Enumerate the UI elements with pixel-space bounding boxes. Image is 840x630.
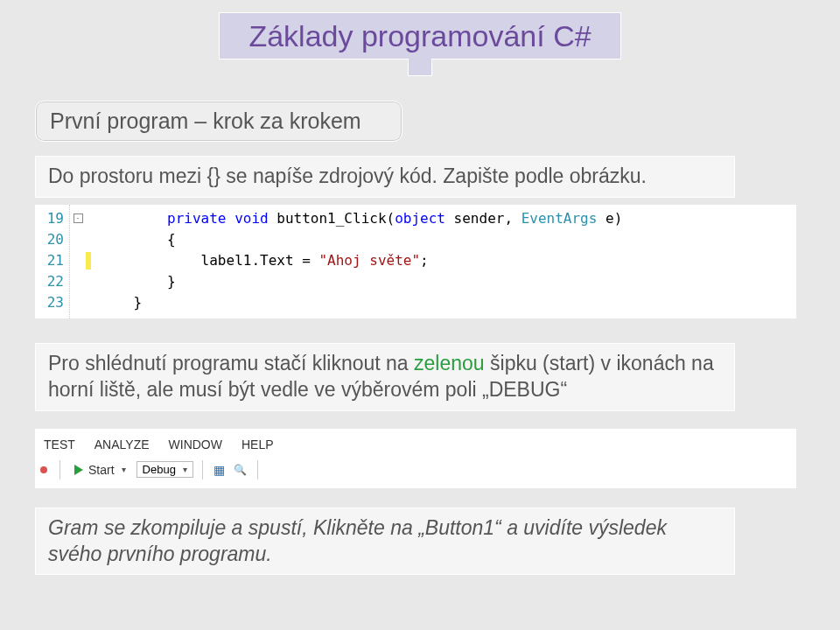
change-marker-column bbox=[86, 205, 93, 318]
instruction-2: Pro shlédnutí programu stačí kliknout na… bbox=[35, 343, 735, 411]
menu-window[interactable]: WINDOW bbox=[169, 438, 222, 452]
chevron-down-icon: ▾ bbox=[122, 465, 126, 474]
title-stem bbox=[408, 59, 432, 76]
grid-icon[interactable] bbox=[212, 462, 228, 478]
line-gutter: 19 20 21 22 23 bbox=[35, 205, 70, 318]
menu-bar: TEST ANALYZE WINDOW HELP bbox=[35, 429, 796, 457]
change-marker bbox=[86, 252, 91, 270]
subtitle: První program – krok za krokem bbox=[50, 108, 361, 133]
page-title: Základy programování C# bbox=[248, 19, 591, 53]
menu-help[interactable]: HELP bbox=[242, 438, 274, 452]
chevron-down-icon: ▾ bbox=[183, 465, 187, 474]
title-box: Základy programování C# bbox=[219, 12, 621, 76]
instruction-3: Gram se zkompiluje a spustí, Klikněte na… bbox=[35, 508, 735, 576]
code-area: private void button1_Click(object sender… bbox=[93, 205, 796, 318]
tool-row: Start ▾ Debug ▾ bbox=[35, 457, 796, 488]
menu-test[interactable]: TEST bbox=[44, 438, 75, 452]
fold-column: - bbox=[70, 205, 86, 318]
toolbar-snippet: TEST ANALYZE WINDOW HELP Start ▾ Debug ▾ bbox=[35, 429, 796, 488]
play-icon bbox=[74, 465, 83, 475]
code-editor: 19 20 21 22 23 - private void button1_Cl… bbox=[35, 205, 796, 318]
divider bbox=[60, 460, 60, 480]
divider bbox=[257, 460, 258, 480]
search-icon[interactable] bbox=[233, 462, 248, 478]
subtitle-box: První program – krok za krokem bbox=[35, 101, 402, 142]
start-label: Start bbox=[88, 463, 115, 477]
menu-analyze[interactable]: ANALYZE bbox=[94, 438, 150, 452]
config-label: Debug bbox=[143, 463, 176, 476]
divider bbox=[202, 460, 203, 480]
instruction-1: Do prostoru mezi {} se napíše zdrojový k… bbox=[35, 156, 735, 198]
start-button[interactable]: Start ▾ bbox=[69, 461, 131, 479]
fold-minus-icon[interactable]: - bbox=[74, 214, 83, 223]
record-icon[interactable] bbox=[40, 466, 47, 473]
config-dropdown[interactable]: Debug ▾ bbox=[136, 461, 193, 478]
